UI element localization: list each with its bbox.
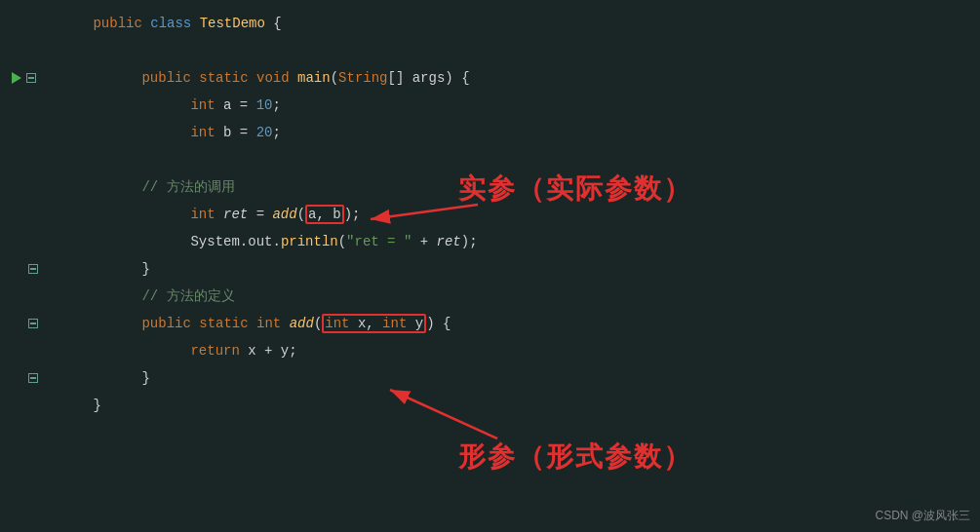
brace-open: { — [273, 16, 281, 31]
play-triangle — [12, 72, 21, 84]
code-text-15: } — [44, 364, 980, 446]
code-line-15: } — [0, 392, 980, 419]
minus-line-14 — [30, 377, 36, 379]
semi-5: ; — [272, 125, 280, 140]
keyword-class: class — [150, 16, 199, 31]
code-line-5: int b = 20; — [0, 119, 980, 146]
minus-box-14 — [28, 373, 38, 383]
code-editor: public class TestDemo { public static vo… — [0, 0, 980, 532]
gutter-12 — [0, 319, 44, 328]
keyword-public: public — [93, 16, 150, 31]
minus-box-3 — [26, 73, 36, 83]
brace-close-15: } — [93, 398, 100, 413]
gutter-3 — [0, 71, 44, 85]
var-b: b — [223, 125, 240, 140]
minus-box-10 — [28, 264, 38, 274]
minus-line-10 — [30, 268, 36, 270]
gutter-10 — [0, 264, 44, 274]
eq-5: = — [240, 125, 256, 140]
minus-box-12 — [28, 319, 38, 328]
gutter-14 — [0, 373, 44, 383]
class-name: TestDemo — [200, 16, 274, 31]
code-line-1: public class TestDemo { — [0, 10, 980, 37]
type-int-5: int — [190, 125, 223, 140]
watermark: CSDN @波风张三 — [875, 508, 970, 524]
minus-line-3 — [28, 77, 34, 79]
play-gutter-icon — [10, 71, 23, 85]
minus-line-12 — [30, 323, 36, 324]
num-20: 20 — [256, 125, 273, 140]
